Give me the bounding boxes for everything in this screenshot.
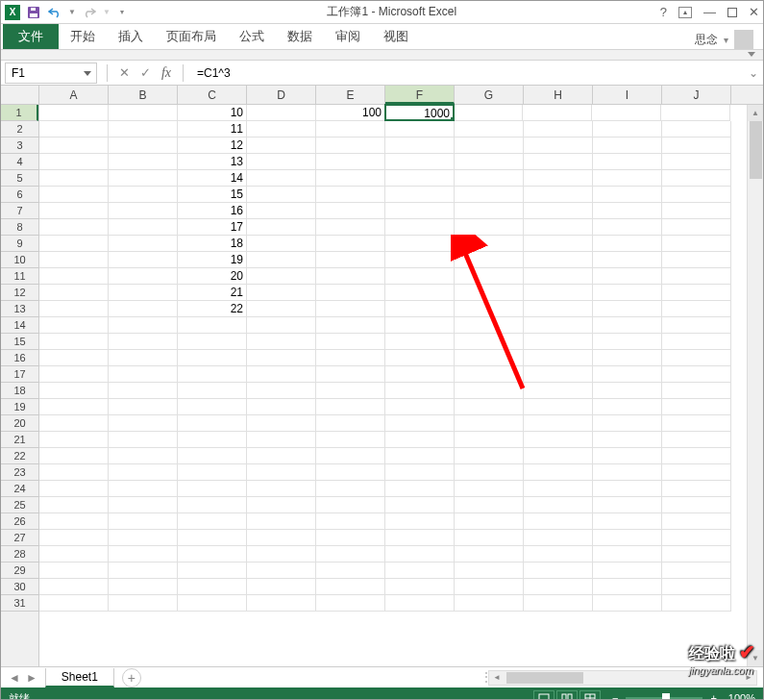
cell-C19[interactable] <box>178 399 247 415</box>
cell-E21[interactable] <box>316 432 385 448</box>
cell-G24[interactable] <box>455 481 524 497</box>
cell-F30[interactable] <box>385 579 455 595</box>
undo-icon[interactable] <box>47 5 62 20</box>
cell-G22[interactable] <box>455 448 524 464</box>
col-header-C[interactable]: C <box>178 86 247 104</box>
cell-G10[interactable] <box>455 252 524 268</box>
cell-F1[interactable]: 1000 <box>384 104 455 121</box>
row-header-17[interactable]: 17 <box>1 366 38 383</box>
cell-G27[interactable] <box>455 530 524 546</box>
cell-C29[interactable] <box>178 562 247 579</box>
cell-G2[interactable] <box>455 121 524 138</box>
cell-H10[interactable] <box>524 252 593 268</box>
cell-I29[interactable] <box>593 562 662 579</box>
cell-I17[interactable] <box>593 366 662 383</box>
tab-formulas[interactable]: 公式 <box>228 24 276 49</box>
cell-D1[interactable] <box>247 105 316 121</box>
scroll-right-icon[interactable]: ► <box>741 673 756 682</box>
cell-B6[interactable] <box>109 187 178 203</box>
cell-B8[interactable] <box>109 219 178 236</box>
cell-I16[interactable] <box>593 350 662 366</box>
cell-C14[interactable] <box>178 317 247 334</box>
cell-B20[interactable] <box>109 415 178 432</box>
cell-J2[interactable] <box>662 121 731 138</box>
row-header-18[interactable]: 18 <box>1 383 38 399</box>
cell-F27[interactable] <box>385 530 455 546</box>
cell-D23[interactable] <box>247 464 316 481</box>
cell-G15[interactable] <box>455 334 524 350</box>
cell-I23[interactable] <box>593 464 662 481</box>
cell-H5[interactable] <box>524 170 593 187</box>
cell-I3[interactable] <box>593 138 662 154</box>
cell-I31[interactable] <box>593 595 662 612</box>
cell-C31[interactable] <box>178 595 247 612</box>
tab-insert[interactable]: 插入 <box>107 24 155 49</box>
redo-icon[interactable] <box>82 5 97 20</box>
row-header-16[interactable]: 16 <box>1 350 38 366</box>
cell-B10[interactable] <box>109 252 178 268</box>
cell-C18[interactable] <box>178 383 247 399</box>
cell-C6[interactable]: 15 <box>178 187 247 203</box>
col-header-B[interactable]: B <box>109 86 178 104</box>
cell-E3[interactable] <box>316 138 385 154</box>
col-header-H[interactable]: H <box>524 86 593 104</box>
cell-J30[interactable] <box>662 579 731 595</box>
cell-E17[interactable] <box>316 366 385 383</box>
cell-D20[interactable] <box>247 415 316 432</box>
cell-D13[interactable] <box>247 301 316 317</box>
tab-next-icon[interactable]: ► <box>26 671 37 685</box>
horizontal-scrollbar[interactable]: ◄ ► <box>488 670 757 686</box>
cell-A9[interactable] <box>39 236 109 252</box>
cell-C26[interactable] <box>178 513 247 530</box>
cell-G6[interactable] <box>455 187 524 203</box>
cell-F31[interactable] <box>385 595 455 612</box>
cell-F28[interactable] <box>385 546 455 562</box>
cell-I12[interactable] <box>593 285 662 301</box>
cell-J18[interactable] <box>662 383 731 399</box>
row-header-12[interactable]: 12 <box>1 285 38 301</box>
cell-E14[interactable] <box>316 317 385 334</box>
user-avatar-icon[interactable] <box>734 30 753 49</box>
cell-H15[interactable] <box>524 334 593 350</box>
col-header-E[interactable]: E <box>316 86 385 104</box>
cell-E12[interactable] <box>316 285 385 301</box>
cell-A28[interactable] <box>39 546 109 562</box>
cell-H16[interactable] <box>524 350 593 366</box>
cell-A13[interactable] <box>39 301 109 317</box>
cell-F16[interactable] <box>385 350 455 366</box>
cell-J22[interactable] <box>662 448 731 464</box>
tab-navigation[interactable]: ◄ ► <box>1 671 45 685</box>
cell-E26[interactable] <box>316 513 385 530</box>
cell-B11[interactable] <box>109 268 178 285</box>
cell-D30[interactable] <box>247 579 316 595</box>
cell-E27[interactable] <box>316 530 385 546</box>
cell-B12[interactable] <box>109 285 178 301</box>
row-header-3[interactable]: 3 <box>1 138 38 154</box>
cell-I20[interactable] <box>593 415 662 432</box>
undo-dropdown-icon[interactable]: ▼ <box>68 8 76 16</box>
row-header-15[interactable]: 15 <box>1 334 38 350</box>
cell-F10[interactable] <box>385 252 455 268</box>
cell-G3[interactable] <box>455 138 524 154</box>
close-icon[interactable]: ✕ <box>749 5 759 19</box>
tab-view[interactable]: 视图 <box>372 24 420 49</box>
row-header-25[interactable]: 25 <box>1 497 38 513</box>
cell-F29[interactable] <box>385 562 455 579</box>
cell-B2[interactable] <box>109 121 178 138</box>
cell-G13[interactable] <box>455 301 524 317</box>
cell-F22[interactable] <box>385 448 455 464</box>
cell-I27[interactable] <box>593 530 662 546</box>
cell-E4[interactable] <box>316 154 385 170</box>
cell-H28[interactable] <box>524 546 593 562</box>
cell-E15[interactable] <box>316 334 385 350</box>
cell-D16[interactable] <box>247 350 316 366</box>
cell-J27[interactable] <box>662 530 731 546</box>
cell-E23[interactable] <box>316 464 385 481</box>
cell-A12[interactable] <box>39 285 109 301</box>
cell-F24[interactable] <box>385 481 455 497</box>
cell-D22[interactable] <box>247 448 316 464</box>
cell-J6[interactable] <box>662 187 731 203</box>
cell-I19[interactable] <box>593 399 662 415</box>
cell-H14[interactable] <box>524 317 593 334</box>
cell-H1[interactable] <box>523 105 592 121</box>
